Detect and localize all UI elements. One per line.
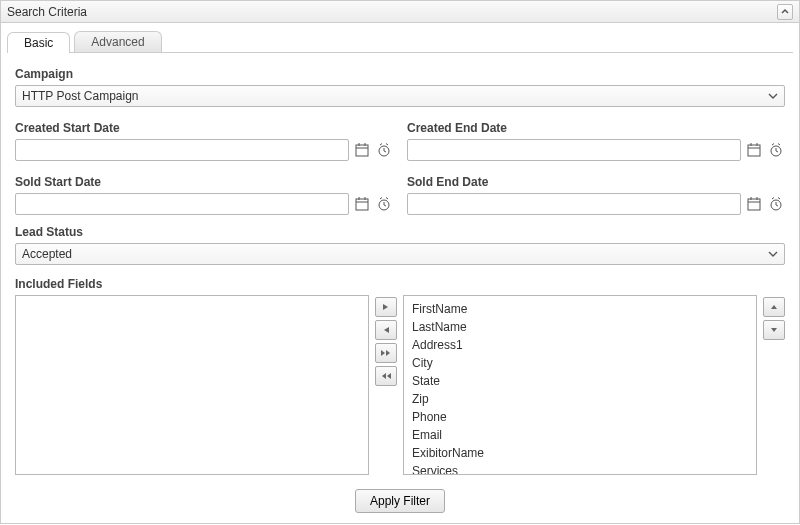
created-start-date-input[interactable] xyxy=(15,139,349,161)
tab-basic[interactable]: Basic xyxy=(7,32,70,53)
included-fields-label: Included Fields xyxy=(15,277,785,291)
panel-title: Search Criteria xyxy=(7,5,87,19)
sold-start-label: Sold Start Date xyxy=(15,175,393,189)
tab-advanced[interactable]: Advanced xyxy=(74,31,161,52)
svg-line-9 xyxy=(384,151,386,152)
lead-status-label: Lead Status xyxy=(15,225,785,239)
svg-line-27 xyxy=(384,205,386,206)
chevron-down-icon xyxy=(768,91,778,101)
list-item[interactable]: Address1 xyxy=(408,336,752,354)
list-item[interactable]: Phone xyxy=(408,408,752,426)
clock-icon[interactable] xyxy=(375,195,393,213)
clock-icon[interactable] xyxy=(767,141,785,159)
list-item[interactable]: FirstName xyxy=(408,300,752,318)
svg-rect-12 xyxy=(748,145,760,156)
created-end-label: Created End Date xyxy=(407,121,785,135)
list-item[interactable]: Email xyxy=(408,426,752,444)
svg-rect-21 xyxy=(356,199,368,210)
move-buttons-column xyxy=(375,295,397,475)
svg-line-37 xyxy=(772,198,774,200)
arrow-right-icon xyxy=(381,302,391,312)
move-left-button[interactable] xyxy=(375,320,397,340)
svg-line-29 xyxy=(386,198,388,200)
tab-basic-label: Basic xyxy=(24,36,53,50)
calendar-icon[interactable] xyxy=(353,141,371,159)
list-item[interactable]: City xyxy=(408,354,752,372)
apply-filter-button[interactable]: Apply Filter xyxy=(355,489,445,513)
list-item[interactable]: Zip xyxy=(408,390,752,408)
list-item[interactable]: Services xyxy=(408,462,752,475)
created-start-label: Created Start Date xyxy=(15,121,393,135)
calendar-icon[interactable] xyxy=(353,195,371,213)
tab-content-basic: Campaign HTTP Post Campaign Created Star… xyxy=(7,53,793,513)
lead-status-dropdown[interactable]: Accepted xyxy=(15,243,785,265)
included-fields-dual-list: FirstNameLastNameAddress1CityStateZipPho… xyxy=(15,295,785,475)
list-item[interactable]: State xyxy=(408,372,752,390)
svg-rect-30 xyxy=(748,199,760,210)
double-arrow-right-icon xyxy=(380,348,392,358)
svg-line-38 xyxy=(778,198,780,200)
created-start-block: Created Start Date xyxy=(15,117,393,161)
double-arrow-left-icon xyxy=(380,371,392,381)
list-item[interactable]: LastName xyxy=(408,318,752,336)
panel-header: Search Criteria xyxy=(0,0,800,22)
arrow-up-icon xyxy=(769,302,779,312)
list-item[interactable]: ExibitorName xyxy=(408,444,752,462)
campaign-label: Campaign xyxy=(15,67,785,81)
move-all-right-button[interactable] xyxy=(375,343,397,363)
move-all-left-button[interactable] xyxy=(375,366,397,386)
arrow-left-icon xyxy=(381,325,391,335)
collapse-button[interactable] xyxy=(777,4,793,20)
selected-fields-listbox[interactable]: FirstNameLastNameAddress1CityStateZipPho… xyxy=(403,295,757,475)
svg-line-10 xyxy=(380,144,382,146)
svg-line-20 xyxy=(778,144,780,146)
sold-start-block: Sold Start Date xyxy=(15,171,393,215)
created-end-block: Created End Date xyxy=(407,117,785,161)
sold-end-block: Sold End Date xyxy=(407,171,785,215)
clock-icon[interactable] xyxy=(767,195,785,213)
calendar-icon[interactable] xyxy=(745,141,763,159)
calendar-icon[interactable] xyxy=(745,195,763,213)
move-right-button[interactable] xyxy=(375,297,397,317)
clock-icon[interactable] xyxy=(375,141,393,159)
panel-body: Basic Advanced Campaign HTTP Post Campai… xyxy=(0,22,800,524)
svg-rect-0 xyxy=(356,145,368,156)
arrow-down-icon xyxy=(769,325,779,335)
campaign-dropdown[interactable]: HTTP Post Campaign xyxy=(15,85,785,107)
sold-start-date-input[interactable] xyxy=(15,193,349,215)
sold-end-date-input[interactable] xyxy=(407,193,741,215)
svg-line-28 xyxy=(380,198,382,200)
svg-line-36 xyxy=(776,205,778,206)
tab-advanced-label: Advanced xyxy=(91,35,144,49)
campaign-value: HTTP Post Campaign xyxy=(22,89,139,103)
apply-filter-label: Apply Filter xyxy=(370,494,430,508)
available-fields-listbox[interactable] xyxy=(15,295,369,475)
search-criteria-panel: Search Criteria Basic Advanced Campaign … xyxy=(0,0,800,524)
order-buttons-column xyxy=(763,295,785,475)
svg-line-18 xyxy=(776,151,778,152)
chevron-up-icon xyxy=(781,8,789,16)
move-down-button[interactable] xyxy=(763,320,785,340)
lead-status-value: Accepted xyxy=(22,247,72,261)
svg-line-11 xyxy=(386,144,388,146)
sold-end-label: Sold End Date xyxy=(407,175,785,189)
chevron-down-icon xyxy=(768,249,778,259)
move-up-button[interactable] xyxy=(763,297,785,317)
svg-line-19 xyxy=(772,144,774,146)
tab-strip: Basic Advanced xyxy=(7,29,793,53)
created-end-date-input[interactable] xyxy=(407,139,741,161)
